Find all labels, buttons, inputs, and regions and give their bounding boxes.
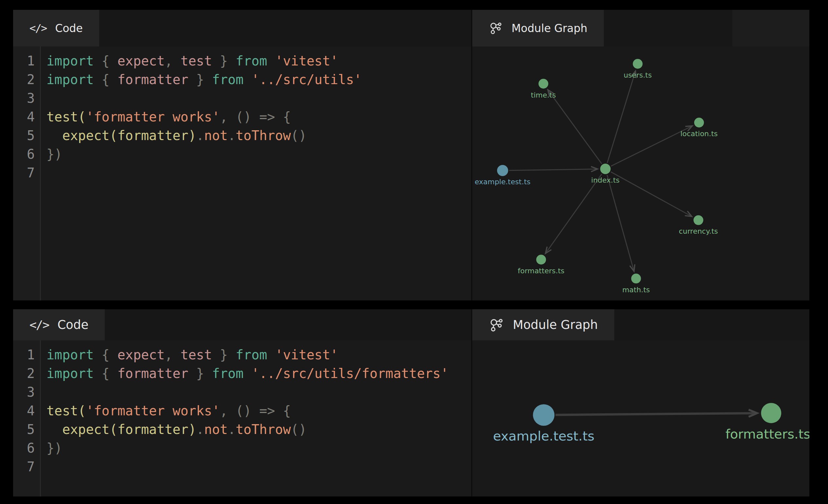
code-icon: </>	[30, 318, 49, 332]
code-line-text: import { formatter } from '../src/utils/…	[40, 364, 448, 383]
top-graph-tabbar: Module Graph	[472, 10, 809, 46]
node-label: example.test.ts	[493, 428, 594, 444]
line-number: 3	[13, 89, 40, 108]
code-line: 3	[13, 383, 471, 402]
graph-node-currency.ts[interactable]	[694, 215, 703, 225]
code-line-text: })	[40, 439, 62, 458]
code-line-text: import { formatter } from '../src/utils'	[40, 70, 362, 89]
tab-module-graph-top[interactable]: Module Graph	[472, 10, 604, 46]
node-label: example.test.ts	[475, 178, 531, 186]
code-line: 3	[13, 89, 471, 108]
tab-label: Code	[55, 22, 82, 35]
bottom-code-panel: </> Code 1import { expect, test } from '…	[13, 309, 471, 497]
code-icon: </>	[30, 22, 46, 34]
tab-module-graph-bottom[interactable]: Module Graph	[472, 309, 614, 340]
top-row: </> Code 1import { expect, test } from '…	[13, 10, 809, 300]
node-label: math.ts	[622, 286, 650, 294]
line-number: 7	[13, 458, 40, 476]
node-label: users.ts	[623, 71, 652, 79]
top-code-panel: </> Code 1import { expect, test } from '…	[13, 10, 471, 300]
tab-code-top[interactable]: </> Code	[13, 10, 99, 46]
line-number: 2	[13, 70, 40, 89]
graph-edge	[546, 174, 602, 253]
node-label: currency.ts	[679, 227, 718, 235]
graph-node-formatters.ts[interactable]	[761, 403, 781, 423]
graph-edge	[607, 175, 634, 271]
bottom-code-tabbar: </> Code	[13, 309, 471, 340]
module-graph-canvas-top[interactable]: users.tstime.tslocation.tsexample.test.t…	[472, 46, 809, 300]
code-line-text: test('formatter works', () => {	[40, 108, 291, 126]
line-number: 4	[13, 402, 40, 420]
app-window: </> Code 1import { expect, test } from '…	[13, 10, 809, 497]
code-line: 2import { formatter } from '../src/utils…	[13, 364, 471, 383]
line-number: 5	[13, 126, 40, 145]
tab-label: Module Graph	[513, 318, 598, 332]
graph-edge	[555, 413, 756, 415]
graph-edge	[548, 90, 602, 164]
node-label: formatters.ts	[518, 267, 565, 275]
line-number: 2	[13, 364, 40, 383]
line-number: 5	[13, 420, 40, 439]
graph-node-example.test.ts[interactable]	[497, 165, 508, 176]
graph-node-index.ts[interactable]	[600, 164, 611, 174]
code-editor-bottom[interactable]: 1import { expect, test } from 'vitest'2i…	[13, 340, 471, 497]
code-line-text	[40, 458, 46, 476]
top-graph-panel: Module Graph users.tstime.tslocation.tse…	[471, 10, 809, 300]
line-number: 6	[13, 439, 40, 458]
code-line-text: import { expect, test } from 'vitest'	[40, 346, 338, 364]
code-line: 6})	[13, 145, 471, 164]
node-label: formatters.ts	[726, 426, 809, 442]
line-number: 1	[13, 346, 40, 364]
code-line: 7	[13, 458, 471, 476]
code-line-text: expect(formatter).not.toThrow()	[40, 126, 307, 145]
code-line-text: test('formatter works', () => {	[40, 402, 291, 420]
node-label: index.ts	[591, 176, 620, 184]
graph-edge	[607, 72, 635, 163]
module-graph-icon	[489, 21, 503, 35]
bottom-graph-panel: Module Graph example.test.tsformatters.t…	[471, 309, 809, 497]
graph-node-location.ts[interactable]	[694, 118, 704, 127]
code-line: 5 expect(formatter).not.toThrow()	[13, 126, 471, 145]
graph-edge	[611, 126, 692, 166]
graph-node-example.test.ts[interactable]	[533, 404, 554, 426]
code-line: 1import { expect, test } from 'vitest'	[13, 52, 471, 70]
graph-edge	[611, 172, 691, 216]
code-line: 5 expect(formatter).not.toThrow()	[13, 420, 471, 439]
line-number: 7	[13, 164, 40, 182]
code-editor-top[interactable]: 1import { expect, test } from 'vitest'2i…	[13, 46, 471, 300]
code-line-text	[40, 383, 46, 402]
bottom-graph-tabbar: Module Graph	[472, 309, 809, 340]
line-number: 4	[13, 108, 40, 126]
graph-node-time.ts[interactable]	[538, 79, 548, 89]
tab-label: Module Graph	[511, 22, 587, 35]
header-spacer	[733, 10, 809, 46]
tab-label: Code	[57, 318, 88, 332]
code-line-text: })	[40, 145, 62, 164]
node-label: time.ts	[531, 91, 556, 99]
code-line-text	[40, 89, 46, 108]
bottom-row: </> Code 1import { expect, test } from '…	[13, 309, 809, 497]
line-number: 3	[13, 383, 40, 402]
code-line-text	[40, 164, 46, 182]
graph-node-math.ts[interactable]	[631, 274, 641, 284]
top-code-tabbar: </> Code	[13, 10, 471, 46]
node-label: location.ts	[680, 130, 718, 138]
code-line: 4test('formatter works', () => {	[13, 402, 471, 420]
code-line: 1import { expect, test } from 'vitest'	[13, 346, 471, 364]
tab-code-bottom[interactable]: </> Code	[13, 309, 105, 340]
module-graph-canvas-bottom[interactable]: example.test.tsformatters.ts	[472, 340, 809, 497]
code-line: 2import { formatter } from '../src/utils…	[13, 70, 471, 89]
module-graph-icon	[489, 317, 504, 333]
line-number: 6	[13, 145, 40, 164]
graph-node-formatters.ts[interactable]	[536, 255, 546, 264]
line-number: 1	[13, 52, 40, 70]
graph-node-users.ts[interactable]	[633, 59, 643, 69]
code-line-text: expect(formatter).not.toThrow()	[40, 420, 307, 439]
code-line: 6})	[13, 439, 471, 458]
code-line: 7	[13, 164, 471, 182]
graph-edge	[509, 169, 597, 170]
code-line: 4test('formatter works', () => {	[13, 108, 471, 126]
code-line-text: import { expect, test } from 'vitest'	[40, 52, 338, 70]
